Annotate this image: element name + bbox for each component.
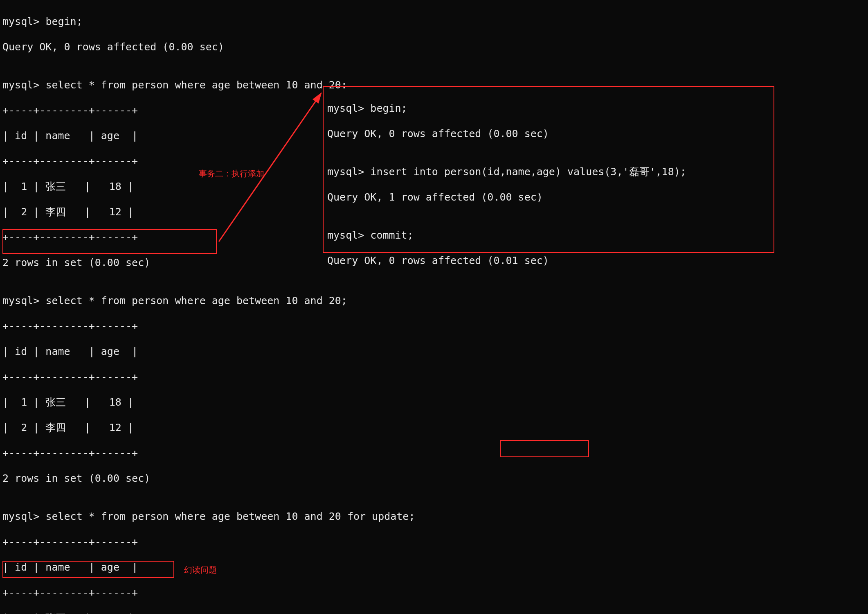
stmt: select * from person where age between 1… (45, 295, 347, 307)
line: mysql> select * from person where age be… (2, 510, 868, 523)
table-divider: +----+--------+------+ (2, 535, 868, 548)
table-row: | 1 | 张三 | 18 | (2, 612, 868, 614)
stmt-suffix: ; (409, 510, 415, 522)
inset-line: Query OK, 0 rows affected (0.01 sec) (327, 254, 686, 267)
table-header: | id | name | age | (2, 345, 868, 358)
tx2-label: 事务二：执行添加 (199, 169, 264, 179)
result-line: Query OK, 0 rows affected (0.00 sec) (2, 41, 868, 53)
inset-line: Query OK, 1 row affected (0.00 sec) (327, 191, 686, 203)
inset-line: Query OK, 0 rows affected (0.00 sec) (327, 127, 686, 140)
table-divider: +----+--------+------+ (2, 370, 868, 383)
prompt: mysql> (2, 295, 39, 307)
line: mysql> begin; (2, 15, 868, 28)
inset-line: mysql> begin; (327, 102, 686, 115)
table-row: | 2 | 李四 | 12 | (2, 421, 868, 434)
tx2-inset-content: mysql> begin; Query OK, 0 rows affected … (327, 89, 686, 280)
table-divider: +----+--------+------+ (2, 320, 868, 332)
for-update-kw: for update (347, 510, 409, 522)
stmt: select * from person where age between 1… (45, 79, 347, 91)
inset-line: mysql> insert into person(id,name,age) v… (327, 165, 686, 178)
table-divider: +----+--------+------+ (2, 586, 868, 599)
prompt: mysql> (2, 510, 39, 522)
line: mysql> select * from person where age be… (2, 294, 868, 307)
table-header: | id | name | age | (2, 561, 868, 573)
inset-line: mysql> commit; (327, 229, 686, 242)
stmt-prefix: select * from person where age between 1… (45, 510, 347, 522)
table-divider: +----+--------+------+ (2, 447, 868, 459)
prompt: mysql> (2, 79, 39, 91)
phantom-label: 幻读问题 (184, 565, 217, 575)
rows-in-set: 2 rows in set (0.00 sec) (2, 472, 868, 485)
stmt: begin; (45, 16, 82, 27)
table-row: | 1 | 张三 | 18 | (2, 396, 868, 409)
prompt: mysql> (2, 16, 39, 27)
